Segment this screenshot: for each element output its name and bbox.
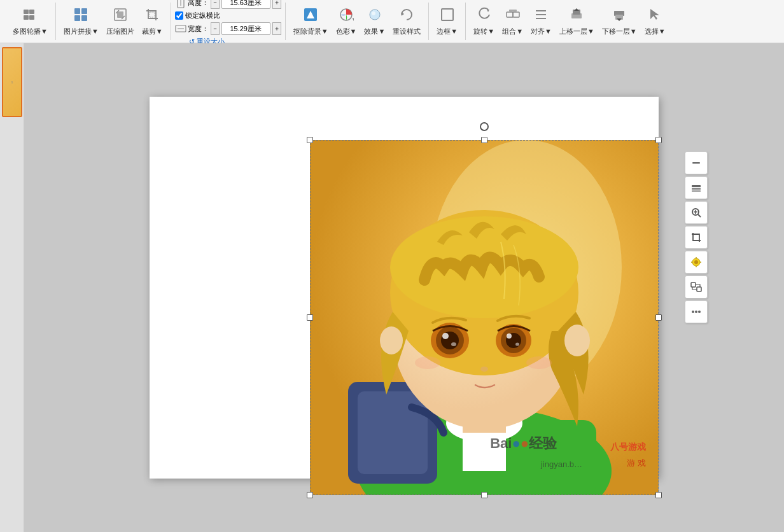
watermark-game2: 游 戏: [627, 458, 646, 469]
lock-aspect-checkbox[interactable]: [175, 11, 183, 20]
align-label: 对齐▼: [531, 27, 552, 36]
align-button[interactable]: 对齐▼: [527, 4, 556, 39]
height-icon: [175, 0, 186, 8]
height-increase-btn[interactable]: ＋: [272, 0, 281, 9]
svg-point-53: [451, 342, 456, 346]
slide-canvas: Bai●●经验 jingyan.b… 八号游戏 游 戏: [150, 97, 659, 479]
svg-line-69: [698, 214, 701, 217]
toolbar-group-image: 图片拼接▼ 压缩图片 裁剪▼: [56, 3, 171, 40]
move-down-button[interactable]: 下移一层▼: [598, 4, 641, 39]
float-crop-btn[interactable]: [685, 226, 708, 249]
slide-thumbnail-1[interactable]: 1: [2, 47, 22, 117]
svg-point-57: [507, 333, 512, 339]
svg-rect-64: [692, 188, 701, 190]
reset-style-svg: [399, 7, 414, 22]
color-icon: ▼: [339, 7, 354, 25]
rotate-button[interactable]: 旋转▼: [470, 4, 498, 39]
svg-rect-23: [507, 12, 513, 17]
svg-rect-21: [442, 9, 453, 20]
handle-top-left[interactable]: [307, 137, 313, 143]
select-button[interactable]: 选择▼: [641, 4, 669, 39]
group-svg: [505, 7, 521, 22]
image-container[interactable]: [310, 140, 659, 495]
collage-icon: [73, 7, 88, 25]
handle-bottom-left[interactable]: [307, 492, 313, 498]
compress-button[interactable]: 压缩图片: [102, 4, 138, 39]
zoom-in-icon: [690, 207, 702, 218]
slideshow-label: 多图轮播▼: [13, 27, 48, 36]
width-input-group: [221, 22, 270, 35]
height-label: 高度：: [188, 0, 209, 8]
group-label: 组合▼: [502, 27, 523, 36]
layers-icon: [690, 182, 702, 193]
float-minus-btn[interactable]: [685, 151, 708, 174]
height-decrease-btn[interactable]: －: [211, 0, 220, 9]
remove-bg-svg: [303, 7, 318, 22]
rotate-label: 旋转▼: [473, 27, 494, 36]
svg-point-52: [442, 333, 449, 339]
float-layers-btn[interactable]: [685, 176, 708, 199]
align-svg: [533, 7, 549, 22]
svg-rect-5: [81, 8, 87, 14]
svg-point-78: [692, 311, 694, 313]
svg-rect-76: [691, 283, 696, 287]
svg-rect-4: [74, 8, 80, 14]
handle-top-right[interactable]: [655, 137, 662, 143]
svg-rect-63: [692, 185, 701, 187]
effects-button[interactable]: 效果▼: [360, 4, 389, 39]
effects-icon: [367, 7, 382, 25]
handle-middle-left[interactable]: [307, 314, 313, 321]
select-svg: [647, 7, 662, 22]
float-smart-btn[interactable]: [685, 251, 708, 274]
compress-icon: [113, 7, 128, 25]
height-row: 高度： － ＋: [175, 0, 281, 9]
crop-button[interactable]: 裁剪▼: [138, 4, 167, 39]
handle-bottom-right[interactable]: [655, 492, 662, 498]
align-icon: [533, 7, 549, 25]
float-toolbar: [685, 151, 708, 323]
svg-rect-10: [150, 12, 155, 17]
width-increase-btn[interactable]: ＋: [272, 22, 281, 35]
toolbar-group-arrange: 旋转▼ 组合▼ 对齐▼: [466, 3, 673, 40]
watermark-jingyan: jingyan.b…: [541, 459, 582, 469]
remove-bg-icon: [303, 7, 318, 25]
group-button[interactable]: 组合▼: [498, 4, 527, 39]
height-input[interactable]: [222, 0, 270, 6]
collage-button[interactable]: 图片拼接▼: [60, 4, 102, 39]
float-zoomin-btn[interactable]: [685, 201, 708, 224]
svg-point-80: [698, 311, 701, 313]
width-input[interactable]: [222, 25, 270, 32]
toolbar-group-size: 高度： － ＋ 锁定纵横比: [171, 3, 286, 40]
border-svg: [440, 7, 455, 22]
svg-point-59: [480, 367, 488, 372]
border-button[interactable]: 边框▼: [433, 4, 461, 39]
slideshow-svg: [22, 7, 38, 22]
float-replace-btn[interactable]: [685, 276, 708, 298]
handle-bottom-middle[interactable]: [481, 492, 487, 498]
color-button[interactable]: ▼ 色彩▼: [332, 4, 361, 39]
lock-aspect-row: 锁定纵横比: [175, 11, 281, 20]
width-icon: [175, 23, 186, 34]
toolbar-group-border: 边框▼: [429, 3, 466, 40]
crop-tool-icon: [690, 232, 702, 243]
svg-rect-2: [24, 15, 29, 20]
rotate-handle[interactable]: [480, 122, 489, 131]
compress-label: 压缩图片: [106, 27, 134, 36]
color-label: 色彩▼: [336, 27, 357, 36]
border-label: 边框▼: [437, 27, 458, 36]
rotate-svg: [477, 7, 492, 22]
svg-rect-24: [513, 12, 519, 17]
svg-rect-42: [358, 391, 428, 474]
handle-middle-right[interactable]: [655, 314, 662, 321]
collage-label: 图片拼接▼: [64, 27, 99, 36]
slideshow-button[interactable]: 多图轮播▼: [9, 4, 52, 39]
move-up-button[interactable]: 上移一层▼: [556, 4, 598, 39]
float-more-btn[interactable]: [685, 300, 708, 323]
width-decrease-btn[interactable]: －: [211, 22, 220, 35]
svg-rect-0: [24, 10, 29, 14]
svg-rect-77: [697, 287, 701, 291]
reset-style-button[interactable]: 重设样式: [389, 4, 424, 39]
handle-top-middle[interactable]: [481, 137, 487, 143]
remove-bg-button[interactable]: 抠除背景▼: [290, 4, 332, 39]
move-down-svg: [612, 7, 627, 22]
